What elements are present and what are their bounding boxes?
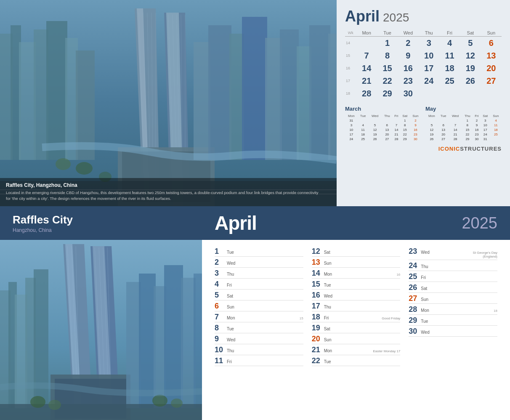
cal-day-row: 8 Tue	[215, 322, 303, 333]
mini-td: 3	[345, 123, 358, 128]
cal-day-num: 9	[215, 335, 226, 343]
svg-point-68	[171, 399, 183, 408]
wk-num: 14	[345, 37, 356, 50]
caption-text: Located in the emerging riverside CBD of…	[6, 190, 321, 201]
svg-rect-61	[164, 265, 183, 408]
cal-day-name: Tue	[324, 359, 401, 364]
cal-day-num: 22	[312, 357, 323, 364]
mini-td: 6	[438, 123, 449, 128]
cal-cell: 17	[419, 62, 439, 74]
svg-rect-25	[208, 25, 231, 160]
table-row: 24 25 26 27 28 29 30	[345, 137, 421, 141]
tue-header: Tue	[377, 29, 398, 37]
mini-td-sun: 18	[490, 128, 502, 132]
wk-num: 16	[345, 62, 356, 74]
cal-day-row: 24 Thu	[409, 260, 497, 271]
mini-td: 15	[462, 128, 473, 132]
cal-cell	[356, 37, 377, 50]
cal-day-row: 14 Mon 16	[312, 268, 401, 279]
cal-cell: 4	[439, 37, 460, 50]
cal-week-num: 15	[300, 316, 303, 320]
cal-cell: 26	[460, 74, 481, 87]
svg-point-66	[48, 400, 61, 410]
cal-day-num-sun: 6	[215, 302, 226, 310]
cal-day-name: Mon	[227, 316, 298, 320]
mini-td: 28	[449, 137, 462, 141]
table-row: 15 7 8 9 10 11 12 13	[345, 49, 502, 62]
cal-day-row: 4 Fri	[215, 279, 303, 290]
cal-day-name: Wed	[421, 250, 458, 255]
cal-cell: 11	[439, 49, 460, 62]
cal-day-name: Thu	[227, 272, 303, 276]
svg-point-36	[76, 162, 93, 175]
table-row: 12 13 14 15 16 17 18	[425, 128, 502, 132]
sun-header: Sun	[481, 29, 502, 37]
mini-td: 31	[481, 137, 490, 141]
mini-td: 4	[358, 123, 369, 128]
mini-td: 29	[400, 137, 410, 141]
cal-day-name: Fri	[227, 359, 303, 364]
cal-day-row: 23 Wed St George's Day (England)	[409, 246, 497, 260]
cal-day-row: 9 Wed	[215, 333, 303, 344]
mini-td: 21	[449, 132, 462, 137]
cal-week-num: 16	[396, 273, 400, 276]
cal-cell: 9	[398, 49, 418, 62]
mini-th: Mon	[425, 114, 438, 118]
mini-th: Fri	[393, 114, 400, 118]
mini-td: 5	[425, 123, 438, 128]
svg-rect-30	[297, 46, 311, 160]
cal-day-num: 11	[215, 357, 226, 364]
mini-td: 6	[382, 123, 393, 128]
mini-td: 9	[473, 123, 481, 128]
thu-header: Thu	[419, 29, 439, 37]
cal-day-num: 24	[409, 262, 420, 269]
cal-day-num-sun: 13	[312, 258, 323, 266]
mini-td	[393, 118, 400, 123]
mini-td: 13	[382, 128, 393, 132]
cal-cell: 21	[356, 74, 377, 87]
cal-day-row: 18 Fri Good Friday	[312, 311, 401, 322]
cal-day-row: 11 Fri	[215, 355, 303, 366]
cal-cell-sun: 27	[481, 74, 502, 87]
cal-day-row: 30 Wed	[409, 326, 497, 337]
cal-day-num: 7	[215, 313, 226, 321]
cal-day-num-sun: 27	[409, 295, 420, 302]
mini-td: 7	[449, 123, 462, 128]
mini-td: 23	[473, 132, 481, 137]
svg-rect-32	[328, 34, 337, 160]
table-row: 16 14 15 16 17 18 19 20	[345, 62, 502, 74]
mini-th: Sun	[490, 114, 502, 118]
cal-day-name: Tue	[227, 327, 303, 331]
cal-day-name: Sat	[324, 250, 401, 255]
cal-cell: 3	[419, 37, 439, 50]
mini-td-sun: 9	[410, 123, 421, 128]
cal-cell: 18	[439, 62, 460, 74]
mini-td: 13	[438, 128, 449, 132]
cal-day-row: 21 Mon Easter Monday 17	[312, 344, 401, 355]
cal-day-row: 3 Thu	[215, 268, 303, 279]
table-row: 19 20 21 22 23 24 25	[425, 132, 502, 137]
mini-td: 28	[393, 137, 400, 141]
mini-td: 8	[400, 123, 410, 128]
cal-column-2: 12 Sat 13 Sun 14 Mon 16 15 Tue 16	[308, 246, 405, 416]
cal-day-row: 6 Sun	[215, 300, 303, 311]
cal-day-num: 30	[409, 327, 420, 335]
cal-day-name: Wed	[227, 261, 303, 266]
table-row: 17 21 22 23 24 25 26 27	[345, 74, 502, 87]
top-image: Raffles City, Hangzhou, China Located in…	[0, 0, 337, 206]
bottom-subtitle: Hangzhou, China	[13, 227, 215, 233]
cal-day-name: Sun	[421, 297, 497, 302]
cal-column-1: 1 Tue 2 Wed 3 Thu 4 Fri 5 Sat	[210, 246, 308, 416]
table-row: 26 27 28 29 30 31	[425, 137, 502, 141]
cal-day-name: Tue	[324, 283, 401, 287]
cal-cell: 8	[377, 49, 398, 62]
fri-header: Fri	[439, 29, 460, 37]
mini-th: Wed	[369, 114, 382, 118]
table-row: 5 6 7 8 9 10 11	[425, 123, 502, 128]
mini-td: 19	[369, 132, 382, 137]
svg-rect-3	[19, 42, 36, 160]
wk-num: 17	[345, 74, 356, 87]
cal-cell: 22	[377, 74, 398, 87]
cal-day-num: 18	[312, 313, 323, 321]
mini-td: 1	[462, 118, 473, 123]
